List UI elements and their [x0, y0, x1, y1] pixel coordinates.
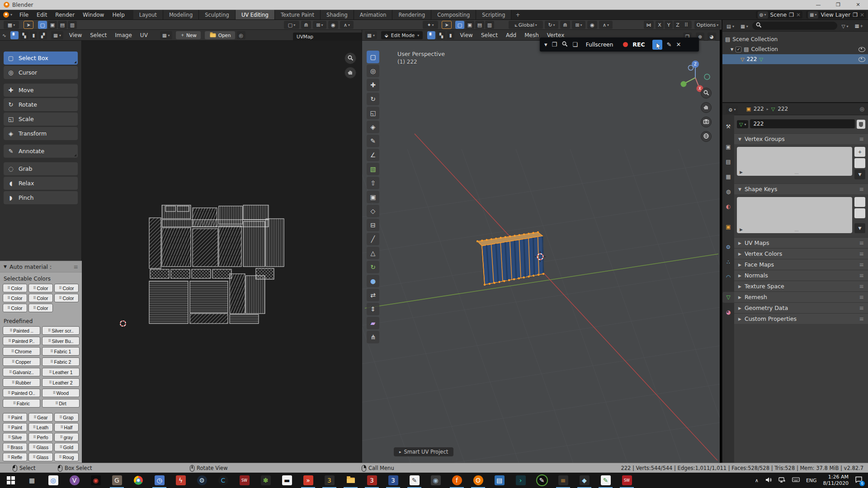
material-glass[interactable]: ⠿Glass [28, 443, 53, 451]
tray-expand-icon[interactable]: ∧ [755, 478, 759, 483]
view-layer-selector[interactable]: ▦▾ View Layer ❐ ✕ [806, 11, 866, 19]
collection-checkbox[interactable]: ✓ [736, 47, 741, 52]
list-expand-icon[interactable]: ▶ [740, 170, 743, 174]
panel-header-shape-keys[interactable]: ▼Shape Keys≡ [734, 183, 868, 194]
fullscreen-label[interactable]: Fullscreen [586, 42, 613, 48]
vp-active-tool-icon[interactable]: ✦▾ [423, 21, 438, 29]
material-grap[interactable]: ⠿Grap [54, 413, 79, 422]
uv-select-mode-extend[interactable]: ▣ [48, 21, 57, 29]
taskbar-red-3-app-icon[interactable]: 3 [361, 473, 382, 488]
mesh-name-field[interactable]: 222 [750, 119, 855, 128]
expand-icon[interactable]: ▼ [731, 47, 733, 52]
scene-selector[interactable]: ◍▾ Scene ❐ ✕ [756, 11, 802, 19]
uv-select-mode-subtract[interactable]: ▤ [58, 21, 67, 29]
vp-tool-move[interactable]: ✚ [367, 79, 379, 91]
language-indicator[interactable]: ENG [806, 478, 817, 483]
panel-header-face-maps[interactable]: ▶Face Maps≡ [734, 259, 868, 270]
uv-snap-target-dropdown[interactable]: ⊞▾ [313, 21, 326, 29]
y-axis-handle[interactable] [681, 81, 687, 87]
taskbar-solidworks-2019-b-icon[interactable]: SW [616, 473, 637, 488]
notification-center-icon[interactable]: 6 [855, 476, 863, 484]
taskbar-clock[interactable]: 1:26 AM 8/11/2020 [823, 474, 849, 487]
material-leather-2[interactable]: ⠿Leather 2 [42, 378, 80, 387]
menu-edit[interactable]: Edit [33, 10, 51, 19]
vp-tool-select-box[interactable]: ▢ [367, 51, 379, 63]
material-painted[interactable]: ⠿Painted .. [3, 326, 40, 335]
draw-pencil-icon[interactable]: ✎ [667, 41, 672, 48]
tool-relax[interactable]: ◖Relax [4, 177, 78, 190]
taskbar-calendar-app-icon[interactable]: ◷ [149, 473, 170, 488]
color-7-color[interactable]: ⠿Color [28, 304, 53, 312]
vp-select-mode-invert[interactable]: ▥ [485, 21, 494, 29]
taskbar-chrome-icon[interactable] [127, 473, 149, 488]
add-button[interactable]: ＋ [854, 147, 865, 157]
material-wood[interactable]: ⠿Wood [42, 389, 80, 397]
menu-button[interactable]: ▼ [854, 223, 865, 233]
taskbar-task-view-icon[interactable]: ▦ [21, 473, 42, 488]
pan-hand-button[interactable] [344, 67, 356, 79]
zoom-button[interactable] [344, 52, 356, 64]
viewport-pan-button[interactable] [701, 102, 712, 113]
chevron-down-icon[interactable]: ▾ [544, 41, 547, 48]
taskbar-blender-app-icon[interactable]: ʘ [467, 473, 489, 488]
new-view-layer-icon[interactable]: ❐ [853, 12, 858, 18]
uv-menu-view[interactable]: View [65, 30, 86, 41]
material-silver-bu[interactable]: ⠿Silver Bu.. [42, 337, 80, 345]
vp-tool-add-cube[interactable]: ▧ [367, 163, 379, 175]
open-image-button[interactable]: Open [205, 31, 235, 39]
taskbar-arrows-red-app-icon[interactable]: » [297, 473, 319, 488]
menu-help[interactable]: Help [108, 10, 128, 19]
editor-type-dropdown[interactable]: ▦▾ [365, 31, 377, 39]
uv-editor-canvas[interactable] [82, 41, 362, 463]
fake-user-shield-icon[interactable] [857, 120, 865, 129]
tab-compositing[interactable]: Compositing [431, 10, 476, 19]
tool-rotate[interactable]: ↻Rotate [4, 98, 78, 111]
snap-target-dropdown[interactable]: ⊞▾ [572, 21, 585, 29]
vp-tool-measure[interactable]: ∠ [367, 149, 379, 161]
material-gear[interactable]: ⠿Gear [28, 413, 53, 422]
viewport-camera-button[interactable] [701, 117, 712, 127]
uv-snap-magnet-icon[interactable]: ⋒ [301, 21, 311, 29]
vp-tool-poly-build[interactable]: △ [367, 247, 379, 259]
tab-sculpting[interactable]: Sculpting [199, 10, 236, 19]
volume-icon[interactable] [765, 477, 772, 484]
material-brass[interactable]: ⠿Brass [3, 443, 27, 451]
material-chrome[interactable]: ⠿Chrome [3, 347, 40, 356]
taskbar-solidworks-2019-icon[interactable]: SW [234, 473, 255, 488]
taskbar-cinema4d-icon[interactable]: C [212, 473, 234, 488]
tab-texture-paint[interactable]: Texture Paint [275, 10, 321, 19]
tab-animation[interactable]: Animation [354, 10, 393, 19]
mesh-browse-dropdown[interactable]: ▽▾ [737, 120, 748, 128]
taskbar-document-editor-icon[interactable]: ✎ [404, 473, 425, 488]
material-paint[interactable]: ⠿Paint [3, 423, 27, 432]
panel-header-normals[interactable]: ▶Normals≡ [734, 270, 868, 281]
blender-menu-button[interactable]: ▾ [0, 10, 15, 19]
uv-falloff-dropdown[interactable]: ∧▾ [340, 21, 354, 29]
tab-scripting[interactable]: Scripting [476, 10, 511, 19]
uv-face-select-icon[interactable]: ▮ [30, 31, 37, 39]
vp-tool-annotate[interactable]: ✎ [367, 135, 379, 147]
taskbar-plant-app-icon[interactable]: ✽ [255, 473, 276, 488]
menu-file[interactable]: File [15, 10, 33, 19]
outliner-row-collection[interactable]: ▼ ✓ ▤ Collection [722, 44, 868, 54]
tab-modeling[interactable]: Modeling [163, 10, 199, 19]
material-fabric-2[interactable]: ⠿Fabric 2 [42, 357, 80, 366]
vp-tool-scale[interactable]: ◱ [367, 107, 379, 119]
vp-tool-smooth[interactable]: ● [367, 275, 379, 287]
add-workspace-button[interactable]: + [511, 10, 524, 19]
taskbar-winrar-icon[interactable]: ≡ [552, 473, 574, 488]
material-silve[interactable]: ⠿Silve [3, 433, 27, 441]
panel-header-uv-maps[interactable]: ▶UV Maps≡ [734, 237, 868, 248]
taskbar-teal-app-icon[interactable]: › [510, 473, 531, 488]
tool-transform[interactable]: ◈Transform [4, 127, 78, 140]
vp-tool-inset-faces[interactable]: ▣ [367, 191, 379, 203]
material-fabric-1[interactable]: ⠿Fabric 1 [42, 347, 80, 356]
z-axis-negative-handle[interactable] [689, 66, 693, 70]
uv-island-select-icon[interactable]: ▞ [39, 31, 47, 39]
outliner-row-object-222[interactable]: ▽ 222 ▽ [722, 54, 868, 64]
snap-magnet-icon[interactable]: ⋒ [560, 21, 570, 29]
vp-tool-knife[interactable]: ╱ [367, 233, 379, 245]
panel-header-vertex-groups[interactable]: ▼Vertex Groups≡ [734, 133, 868, 144]
list-resize-grip[interactable]: ⋯ [795, 229, 799, 233]
y-axis-negative-handle[interactable] [704, 74, 710, 80]
